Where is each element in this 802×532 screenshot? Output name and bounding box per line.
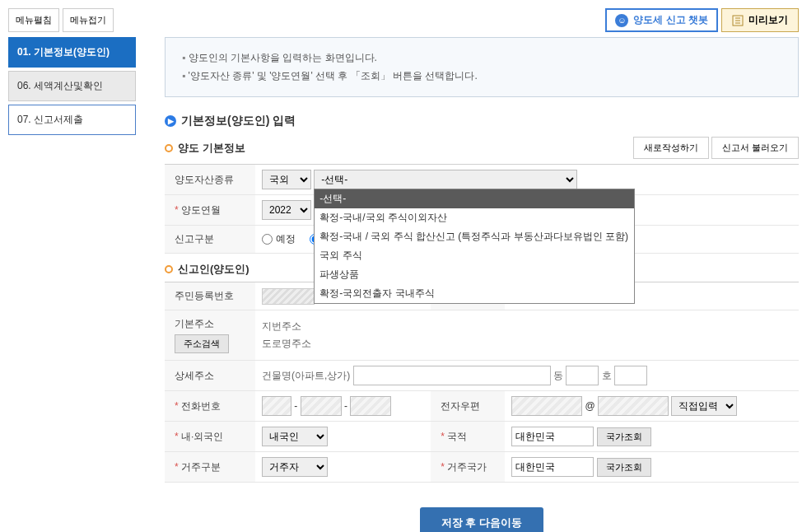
email-local[interactable] [511,396,582,416]
chatbot-icon: ☺ [615,14,628,27]
menu-expand-button[interactable]: 메뉴펼침 [8,8,59,32]
resident-country-label: 거주국가 [431,452,505,483]
sub2-title: 신고인(양도인) [165,262,249,277]
sidebar-item-basic-info[interactable]: 01. 기본정보(양도인) [8,37,136,68]
info-line-2: '양도자산 종류' 및 '양도연월' 선택 후 「조회」 버튼을 선택합니다. [182,68,781,86]
dropdown-option-3[interactable]: 국외 주식 [315,246,634,265]
ho-input[interactable] [614,366,647,385]
info-box: 양도인의 기본사항을 입력하는 화면입니다. '양도자산 종류' 및 '양도연월… [165,37,799,97]
sidebar-item-tax-calc[interactable]: 06. 세액계산및확인 [8,71,136,101]
nation-lookup-button-2[interactable]: 국가조회 [597,458,651,477]
chatbot-label: 양도세 신고 챗봇 [633,13,708,27]
addr-road: 도로명주소 [262,337,792,351]
year-select[interactable]: 2022 [262,200,311,220]
nationality-label: 국적 [431,422,505,452]
dropdown-option-5[interactable]: 확정-국외전출자 국내주식 [315,284,634,303]
email-label: 전자우편 [431,391,505,422]
dropdown-option-4[interactable]: 파생상품 [315,265,634,284]
new-write-button[interactable]: 새로작성하기 [633,137,709,159]
save-next-button[interactable]: 저장 후 다음이동 [420,507,543,532]
menu-collapse-button[interactable]: 메뉴접기 [63,8,114,32]
nationality-kind-label: 내·외국인 [165,422,255,452]
email-domain-select[interactable]: 직접입력 [671,396,737,416]
circle-icon [165,265,173,273]
phone-3[interactable] [350,396,391,416]
chatbot-button[interactable]: ☺ 양도세 신고 챗봇 [605,8,718,32]
asset-type-select-2[interactable]: -선택- [314,170,577,189]
asset-type-select-1[interactable]: 국외 [262,170,311,189]
detail-addr-label: 상세주소 [165,361,255,391]
info-line-1: 양도인의 기본사항을 입력하는 화면입니다. [182,49,781,68]
dropdown-option-1[interactable]: 확정-국내/국외 주식이외자산 [315,208,634,227]
nationality-kind-select[interactable]: 내국인 [262,427,328,446]
circle-icon [165,144,173,152]
ssn-block-1 [262,288,315,305]
resident-select[interactable]: 거주자 [262,457,328,477]
asset-type-dropdown-open[interactable]: -선택- 확정-국내/국외 주식이외자산 확정-국내 / 국외 주식 합산신고 … [314,189,635,304]
load-report-button[interactable]: 신고서 불러오기 [711,137,799,159]
preview-icon [732,15,744,26]
addr-jibun: 지번주소 [262,320,792,334]
addr-label: 기본주소 주소검색 [165,310,255,361]
addr-search-button[interactable]: 주소검색 [175,334,229,353]
resident-label: 거주구분 [165,452,255,483]
preview-button[interactable]: 미리보기 [721,8,799,32]
nation-lookup-button-1[interactable]: 국가조회 [597,427,651,446]
preview-label: 미리보기 [748,13,788,27]
dropdown-option-0[interactable]: -선택- [315,189,634,208]
building-label: 건물명(아파트,상가) [262,370,350,381]
dong-input[interactable] [566,366,599,385]
sub1-title: 양도 기본정보 [165,141,245,156]
dropdown-option-2[interactable]: 확정-국내 / 국외 주식 합산신고 (특정주식과 부동산과다보유법인 포함) [315,227,634,246]
report-opt-scheduled[interactable]: 예정 [262,232,296,246]
ssn-label: 주민등록번호 [165,282,255,310]
phone-1[interactable] [262,396,291,416]
asset-type-label: 양도자산종류 [165,165,255,195]
nationality-input[interactable] [511,427,594,446]
report-type-label: 신고구분 [165,226,255,254]
section-title: ▶ 기본정보(양도인) 입력 [165,114,799,128]
building-input[interactable] [353,366,551,385]
resident-country-input[interactable] [511,457,594,477]
phone-label: 전화번호 [165,391,255,422]
arrow-icon: ▶ [165,115,176,127]
sidebar-item-submit[interactable]: 07. 신고서제출 [8,105,136,135]
phone-2[interactable] [301,396,342,416]
yearmonth-label: 양도연월 [165,195,255,226]
email-domain[interactable] [598,396,669,416]
